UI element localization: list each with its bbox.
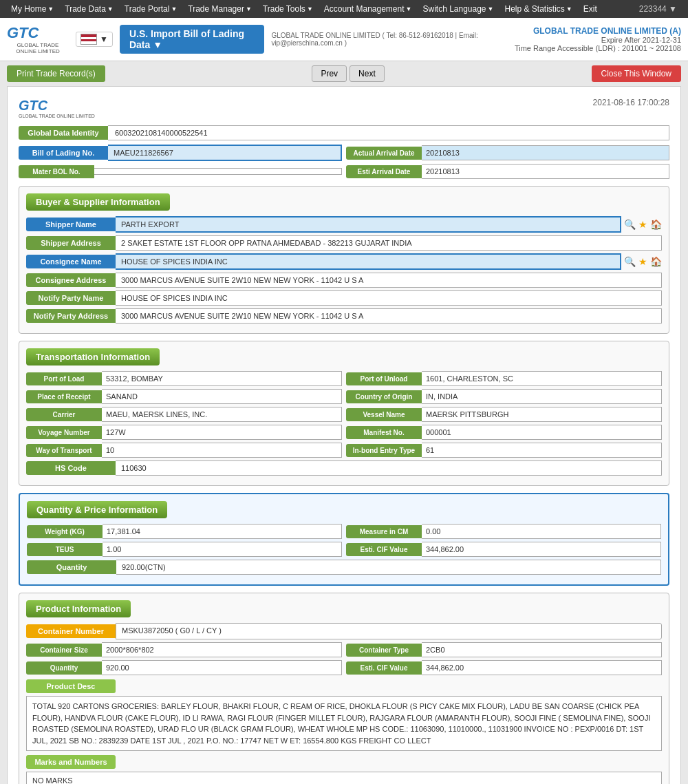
esti-arrival-label: Esti Arrival Date — [346, 165, 422, 178]
shipper-star-icon[interactable]: ★ — [638, 219, 647, 230]
carrier-value: MAEU, MAERSK LINES, INC. — [102, 407, 342, 422]
nav-tradeportal[interactable]: Trade Portal ▼ — [119, 4, 183, 14]
in-bond-entry-label: In-bond Entry Type — [346, 444, 422, 457]
consignee-address-row: Consignee Address 3000 MARCUS AVENUE SUI… — [26, 273, 662, 288]
vessel-name-label: Vessel Name — [346, 408, 422, 421]
nav-helpstatistics[interactable]: Help & Statistics ▼ — [499, 4, 577, 14]
voyage-number-field: Voyage Number 127W — [26, 425, 342, 440]
shipper-address-value: 2 SAKET ESTATE 1ST FLOOR OPP RATNA AHMED… — [116, 235, 662, 251]
close-button-top[interactable]: Close This Window — [592, 65, 681, 82]
flag-arrow: ▼ — [100, 34, 108, 44]
global-data-identity-label: Global Data Identity — [19, 126, 108, 140]
product-esti-cif-value: 344,862.00 — [422, 660, 662, 675]
account-name: GLOBAL TRADE ONLINE LIMITED (A) — [515, 26, 681, 36]
container-type-label: Container Type — [346, 644, 422, 657]
shipper-search-icon[interactable]: 🔍 — [624, 219, 636, 230]
product-qty-field: Quantity 920.00 — [26, 660, 342, 675]
way-of-transport-value: 10 — [102, 443, 342, 458]
manifest-no-label: Manifest No. — [346, 426, 422, 439]
consignee-home-icon[interactable]: 🏠 — [650, 256, 662, 267]
consignee-search-icon[interactable]: 🔍 — [624, 256, 636, 267]
container-size-label: Container Size — [26, 644, 102, 657]
marks-value: NO MARKS — [26, 772, 662, 784]
notify-party-name-value: HOUSE OF SPICES INDIA INC — [116, 290, 662, 306]
actual-arrival-field: Actual Arrival Date 20210813 — [346, 145, 669, 161]
print-button-top[interactable]: Print Trade Record(s) — [7, 65, 105, 82]
port-of-load-field: Port of Load 53312, BOMBAY — [26, 371, 342, 386]
esti-cif-label: Esti. CIF Value — [346, 543, 422, 556]
consignee-address-value: 3000 MARCUS AVENUE SUITE 2W10 NEW NEW YO… — [116, 273, 662, 288]
notify-party-address-label: Notify Party Address — [26, 309, 116, 323]
container-size-field: Container Size 2000*806*802 — [26, 642, 342, 657]
product-desc-value: TOTAL 920 CARTONS GROCERIES: BARLEY FLOU… — [26, 696, 662, 751]
product-section: Product Information Container Number MSK… — [19, 593, 669, 784]
container-number-label: Container Number — [26, 624, 116, 638]
global-data-identity-value: 6003202108140000522541 — [108, 125, 669, 140]
way-of-transport-field: Way of Transport 10 — [26, 443, 342, 458]
hs-code-label: HS Code — [26, 461, 116, 475]
user-id: 223344 ▼ — [634, 4, 682, 14]
nav-exit[interactable]: Exit — [578, 4, 603, 14]
global-data-identity-row: Global Data Identity 6003202108140000522… — [19, 125, 669, 140]
measure-in-cm-field: Measure in CM 0.00 — [346, 524, 661, 539]
vessel-name-field: Vessel Name MAERSK PITTSBURGH — [346, 407, 662, 422]
transportation-section: Transportation Information Port of Load … — [19, 341, 669, 486]
consignee-star-icon[interactable]: ★ — [638, 256, 647, 267]
measure-in-cm-value: 0.00 — [422, 524, 661, 539]
way-of-transport-label: Way of Transport — [26, 444, 102, 457]
place-of-receipt-value: SANAND — [102, 389, 342, 404]
container-number-row: Container Number MSKU3872050 ( G0 / L / … — [26, 623, 662, 639]
buyer-supplier-section: Buyer & Supplier Information Shipper Nam… — [19, 186, 669, 334]
shipper-name-value: PARTH EXPORT — [116, 216, 621, 233]
flag-icon — [80, 34, 97, 45]
page-title[interactable]: U.S. Import Bill of Lading Data ▼ — [120, 25, 264, 54]
container-size-value: 2000*806*802 — [102, 642, 342, 657]
product-header: Product Information — [26, 600, 131, 617]
product-esti-cif-label: Esti. CIF Value — [346, 661, 422, 675]
toolbar-top: Print Trade Record(s) Prev Next Close Th… — [0, 61, 688, 86]
in-bond-entry-field: In-bond Entry Type 61 — [346, 443, 662, 458]
product-esti-cif-field: Esti. CIF Value 344,862.00 — [346, 660, 662, 675]
flag-selector[interactable]: ▼ — [76, 32, 113, 47]
shipper-home-icon[interactable]: 🏠 — [650, 219, 662, 230]
account-info: GLOBAL TRADE ONLINE LIMITED (A) Expire A… — [515, 26, 681, 52]
record-header: GTC GLOBAL TRADE ONLINE LIMITED 2021-08-… — [19, 98, 669, 118]
consignee-address-label: Consignee Address — [26, 273, 116, 287]
measure-in-cm-label: Measure in CM — [346, 525, 422, 538]
time-range-info: Time Range Accessible (LDR) : 201001 ~ 2… — [515, 44, 681, 52]
quantity-price-section: Quantity & Price Information Weight (KG)… — [19, 493, 669, 586]
header-bar: GTC GLOBAL TRADE ONLINE LIMITED ▼ U.S. I… — [0, 18, 688, 61]
quantity-price-header: Quantity & Price Information — [27, 501, 167, 518]
mater-bol-value — [94, 168, 342, 175]
prev-button-top[interactable]: Prev — [312, 65, 347, 82]
qty-value: 920.00(CTN) — [116, 560, 661, 575]
buyer-supplier-header: Buyer & Supplier Information — [26, 193, 170, 211]
nav-trademanager[interactable]: Trade Manager ▼ — [182, 4, 257, 14]
qty-row: Quantity 920.00(CTN) — [27, 560, 661, 575]
shipper-name-label: Shipper Name — [26, 218, 116, 231]
qty-label: Quantity — [27, 560, 116, 574]
consignee-name-label: Consignee Name — [26, 255, 116, 268]
nav-accountmanagement[interactable]: Account Management ▼ — [319, 4, 418, 14]
teus-label: TEUS — [27, 543, 103, 556]
shipper-address-label: Shipper Address — [26, 236, 116, 250]
nav-tradetools[interactable]: Trade Tools ▼ — [257, 4, 319, 14]
company-contact: GLOBAL TRADE ONLINE LIMITED ( Tel: 86-51… — [271, 32, 508, 47]
weight-value: 17,381.04 — [103, 524, 342, 539]
transportation-header: Transportation Information — [26, 348, 160, 365]
port-of-unload-value: 1601, CHARLESTON, SC — [422, 371, 662, 386]
marks-label: Marks and Numbers — [26, 755, 116, 769]
actual-arrival-label: Actual Arrival Date — [346, 147, 422, 160]
expire-info: Expire After 2021-12-31 — [515, 36, 681, 44]
consignee-name-row: Consignee Name HOUSE OF SPICES INDIA INC… — [26, 253, 662, 270]
record-date: 2021-08-16 17:00:28 — [593, 98, 669, 107]
header-title-area: U.S. Import Bill of Lading Data ▼ GLOBAL… — [120, 25, 508, 54]
bol-label: Bill of Lading No. — [19, 146, 108, 160]
shipper-name-row: Shipper Name PARTH EXPORT 🔍 ★ 🏠 — [26, 216, 662, 233]
nav-myhome[interactable]: My Home ▼ — [6, 4, 59, 14]
top-navigation: My Home ▼ Trade Data ▼ Trade Portal ▼ Tr… — [0, 0, 688, 18]
nav-tradedata[interactable]: Trade Data ▼ — [59, 4, 119, 14]
next-button-top[interactable]: Next — [350, 65, 385, 82]
nav-switchlanguage[interactable]: Switch Language ▼ — [417, 4, 499, 14]
logo: GTC GLOBAL TRADE ONLINE LIMITED — [7, 22, 69, 56]
